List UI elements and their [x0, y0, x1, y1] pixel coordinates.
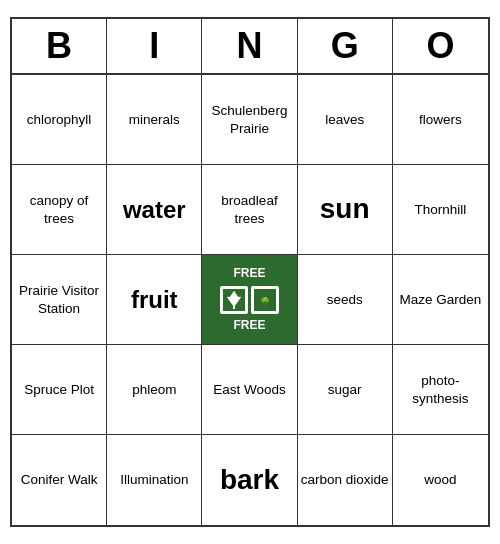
bingo-cell-r1-c3: sun — [298, 165, 393, 255]
bingo-cell-r4-c3: carbon dioxide — [298, 435, 393, 525]
bingo-grid: chlorophyllmineralsSchulenberg Prairiele… — [12, 75, 488, 525]
bingo-cell-r2-c2: FREE 🌳 — [202, 255, 297, 345]
free-label-bottom: FREE — [233, 318, 265, 334]
bingo-cell-r3-c1: phleom — [107, 345, 202, 435]
bingo-letter-o: O — [393, 19, 488, 73]
bingo-cell-r0-c2: Schulenberg Prairie — [202, 75, 297, 165]
bingo-cell-r2-c1: fruit — [107, 255, 202, 345]
bingo-cell-r4-c2: bark — [202, 435, 297, 525]
bingo-cell-r0-c1: minerals — [107, 75, 202, 165]
bingo-cell-r4-c4: wood — [393, 435, 488, 525]
svg-rect-2 — [233, 305, 235, 309]
champion-icon: 🌳 — [251, 286, 279, 314]
bingo-cell-r1-c4: Thornhill — [393, 165, 488, 255]
arboretum-logo: 🌳 — [218, 284, 281, 316]
svg-text:🌳: 🌳 — [260, 296, 270, 306]
free-label: FREE — [233, 266, 265, 282]
bingo-cell-r4-c1: Illumination — [107, 435, 202, 525]
bingo-cell-r2-c4: Maze Garden — [393, 255, 488, 345]
bingo-cell-r1-c0: canopy of trees — [12, 165, 107, 255]
bingo-cell-r0-c0: chlorophyll — [12, 75, 107, 165]
bingo-cell-r0-c4: flowers — [393, 75, 488, 165]
bingo-cell-r3-c0: Spruce Plot — [12, 345, 107, 435]
bingo-card: BINGO chlorophyllmineralsSchulenberg Pra… — [10, 17, 490, 527]
bingo-cell-r1-c2: broadleaf trees — [202, 165, 297, 255]
bingo-cell-r3-c4: photo-synthesis — [393, 345, 488, 435]
bingo-cell-r2-c0: Prairie Visitor Station — [12, 255, 107, 345]
bingo-cell-r1-c1: water — [107, 165, 202, 255]
bingo-cell-r3-c3: sugar — [298, 345, 393, 435]
bingo-letter-b: B — [12, 19, 107, 73]
bingo-cell-r2-c3: seeds — [298, 255, 393, 345]
bingo-cell-r3-c2: East Woods — [202, 345, 297, 435]
bingo-cell-r0-c3: leaves — [298, 75, 393, 165]
bingo-cell-r4-c0: Conifer Walk — [12, 435, 107, 525]
bingo-letter-n: N — [202, 19, 297, 73]
bingo-letter-g: G — [298, 19, 393, 73]
bingo-letter-i: I — [107, 19, 202, 73]
bingo-header: BINGO — [12, 19, 488, 75]
arboretum-icon — [220, 286, 248, 314]
